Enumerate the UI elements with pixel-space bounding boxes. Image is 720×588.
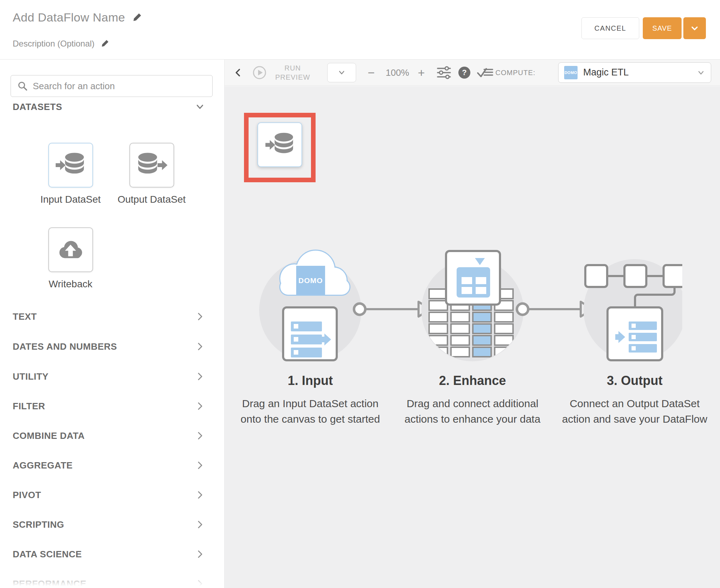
step-output: 3. Output Connect an Output DataSet acti… (557, 373, 712, 427)
pencil-icon (100, 39, 109, 48)
chevron-right-icon (196, 580, 205, 588)
etl-canvas: DOMO (225, 86, 720, 588)
step-desc-line: Connect an Output DataSet (557, 396, 712, 411)
engine-name: Magic ETL (583, 67, 697, 78)
input-dataset-node[interactable] (257, 122, 302, 167)
compute-check-icon (477, 67, 493, 78)
datasets-section-title: DATASETS (13, 102, 62, 112)
tile-label: Output DataSet (116, 194, 187, 205)
chevron-down-icon (195, 102, 205, 111)
step-enhance: 2. Enhance Drag and connect additional a… (395, 373, 550, 427)
page-title: Add DataFlow Name (13, 11, 125, 24)
zoom-out-button[interactable]: − (368, 67, 375, 79)
action-sidebar: DATASETS Input DataSet (0, 60, 225, 588)
chevron-down-icon (697, 68, 705, 77)
save-button[interactable]: SAVE (643, 17, 682, 39)
tile-writeback[interactable]: Writeback (35, 227, 106, 290)
input-dataset-node-highlight[interactable] (244, 113, 316, 182)
run-preview-button[interactable]: RUN PREVIEW (266, 63, 319, 82)
step-title: 1. Input (233, 373, 388, 388)
sidebar-item-performance[interactable]: PERFORMANCE (13, 576, 205, 588)
back-chevron-icon[interactable] (233, 67, 243, 78)
preview-options-button[interactable] (327, 63, 356, 82)
input-step-illustration: DOMO (259, 251, 361, 361)
chevron-right-icon (196, 491, 205, 499)
settings-sliders-icon[interactable] (437, 66, 451, 79)
connector-arrow (517, 302, 592, 317)
chevron-right-icon (196, 312, 205, 321)
input-dataset-icon (55, 152, 86, 178)
sidebar-item-scripting[interactable]: SCRIPTING (13, 517, 205, 532)
zoom-level: 100% (383, 67, 412, 78)
canvas-toolbar: RUN PREVIEW − 100% + ? COMPUTE: DOMO Mag… (225, 60, 720, 86)
step-desc-line: action and save your DataFlow (557, 411, 712, 427)
sidebar-item-data-science[interactable]: DATA SCIENCE (13, 547, 205, 562)
search-icon (17, 81, 28, 91)
step-input: 1. Input Drag an Input DataSet action on… (233, 373, 388, 427)
chevron-right-icon (196, 431, 205, 440)
zoom-in-button[interactable]: + (418, 67, 425, 79)
domo-cloud-logo: DOMO (298, 276, 323, 284)
compute-engine-select[interactable]: DOMO Magic ETL (558, 62, 711, 83)
step-desc-line: actions to enhance your data (395, 411, 550, 427)
step-desc-line: Drag an Input DataSet action (233, 396, 388, 411)
connector-arrow (354, 302, 430, 317)
edit-title-button[interactable] (132, 12, 142, 23)
sidebar-item-filter[interactable]: FILTER (13, 399, 205, 414)
tile-label: Writeback (35, 278, 106, 290)
chevron-right-icon (196, 342, 205, 351)
sidebar-item-aggregate[interactable]: AGGREGATE (13, 458, 205, 473)
onboarding-illustration: DOMO (249, 243, 682, 363)
help-icon[interactable]: ? (458, 67, 470, 79)
datasets-section-header[interactable]: DATASETS (13, 99, 205, 115)
sidebar-item-utility[interactable]: UTILITY (13, 369, 205, 384)
step-desc-line: Drag and connect additional (395, 396, 550, 411)
tile-label: Input DataSet (35, 194, 106, 205)
action-search[interactable] (11, 75, 213, 97)
edit-description-button[interactable] (100, 39, 109, 48)
cloud-upload-icon (56, 239, 85, 261)
play-circle-icon[interactable] (252, 65, 267, 80)
cancel-button[interactable]: CANCEL (581, 17, 639, 39)
step-title: 3. Output (557, 373, 712, 388)
compute-label: COMPUTE: (495, 68, 536, 76)
chevron-right-icon (196, 520, 205, 529)
pencil-icon (132, 12, 142, 23)
chevron-right-icon (196, 372, 205, 381)
chevron-down-icon (337, 68, 346, 77)
output-step-illustration (584, 259, 682, 361)
chevron-right-icon (196, 461, 205, 470)
chevron-right-icon (196, 402, 205, 410)
chevron-right-icon (196, 550, 205, 558)
tile-input-dataset[interactable]: Input DataSet (35, 143, 106, 205)
input-dataset-icon (264, 132, 295, 158)
tile-output-dataset[interactable]: Output DataSet (116, 143, 187, 205)
domo-logo: DOMO (564, 66, 578, 79)
sidebar-item-pivot[interactable]: PIVOT (13, 488, 205, 502)
sidebar-item-text[interactable]: TEXT (13, 309, 205, 324)
enhance-step-illustration (421, 251, 524, 361)
sidebar-item-combine-data[interactable]: COMBINE DATA (13, 428, 205, 443)
save-options-button[interactable] (683, 17, 706, 39)
step-title: 2. Enhance (395, 373, 550, 388)
sidebar-item-dates-and-numbers[interactable]: DATES AND NUMBERS (13, 339, 205, 354)
step-desc-line: onto the canvas to get started (233, 411, 388, 427)
header: Add DataFlow Name Description (Optional)… (0, 0, 720, 60)
description-label: Description (Optional) (13, 39, 94, 49)
search-input[interactable] (33, 81, 206, 92)
chevron-down-icon (690, 24, 699, 32)
output-dataset-icon (136, 152, 167, 178)
